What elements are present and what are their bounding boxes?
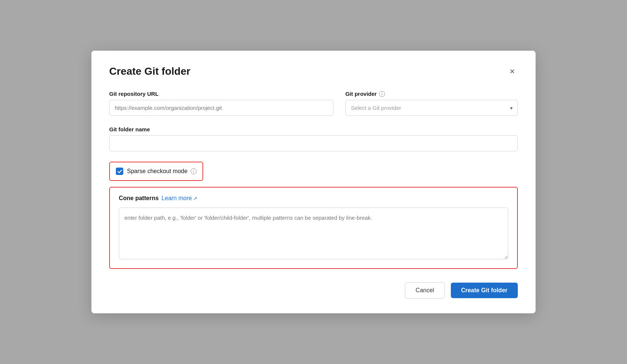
create-git-folder-button[interactable]: Create Git folder: [451, 283, 518, 298]
provider-label: Git provider i: [345, 91, 518, 97]
url-label: Git repository URL: [109, 91, 333, 97]
folder-name-label: Git folder name: [109, 126, 518, 132]
learn-more-link[interactable]: Learn more ↗︎: [162, 195, 198, 202]
folder-name-section: Git folder name: [109, 126, 518, 151]
cancel-button[interactable]: Cancel: [405, 282, 445, 299]
sparse-checkout-info-icon: i: [191, 168, 197, 174]
sparse-checkout-label: Sparse checkout mode i: [127, 168, 197, 175]
sparse-checkout-checkbox[interactable]: [116, 168, 123, 175]
close-button[interactable]: ×: [507, 65, 518, 77]
sparse-checkout-row[interactable]: Sparse checkout mode i: [109, 162, 203, 181]
provider-info-icon: i: [379, 91, 385, 97]
modal-overlay: Create Git folder × Git repository URL G…: [0, 0, 627, 364]
modal-dialog: Create Git folder × Git repository URL G…: [91, 51, 536, 313]
folder-name-group: Git folder name: [109, 126, 518, 151]
modal-title: Create Git folder: [109, 65, 190, 77]
url-input[interactable]: [109, 100, 333, 116]
provider-select[interactable]: Select a Git provider GitHub GitLab Bitb…: [345, 100, 518, 116]
cone-patterns-section: Cone patterns Learn more ↗︎: [109, 187, 518, 269]
modal-header: Create Git folder ×: [109, 65, 518, 77]
cone-patterns-header: Cone patterns Learn more ↗︎: [119, 195, 508, 202]
url-provider-row: Git repository URL Git provider i Select…: [109, 91, 518, 116]
checkmark-icon: [117, 169, 122, 174]
cone-patterns-textarea[interactable]: [119, 208, 508, 259]
url-group: Git repository URL: [109, 91, 333, 116]
provider-group: Git provider i Select a Git provider Git…: [345, 91, 518, 116]
external-link-icon: ↗︎: [193, 196, 197, 201]
folder-name-input[interactable]: [109, 135, 518, 151]
provider-select-wrapper: Select a Git provider GitHub GitLab Bitb…: [345, 100, 518, 116]
modal-footer: Cancel Create Git folder: [109, 282, 518, 299]
